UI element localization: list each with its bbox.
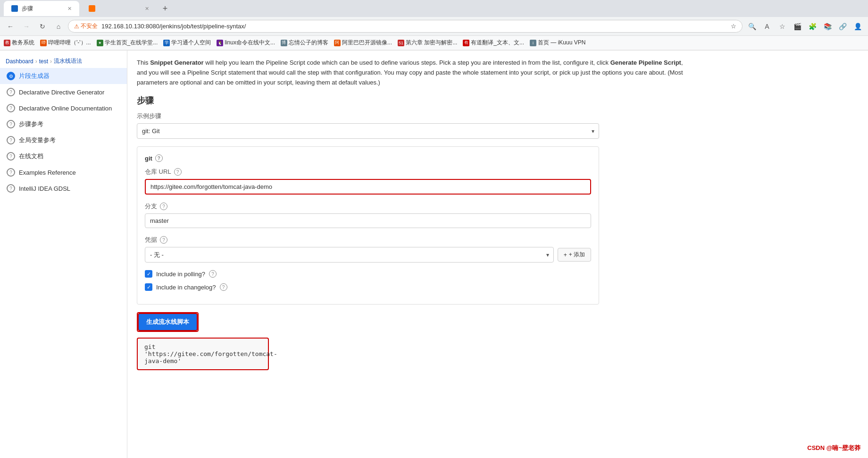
add-credentials-button[interactable]: + + 添加 (558, 248, 591, 262)
browser-bookmarks: 教 教务系统 哔 哔哩哔哩（'-'）... ✦ 学生首页_在线学堂... 学 学… (0, 36, 868, 50)
bookmark-xuetong[interactable]: 学 学习通个人空间 (163, 39, 211, 47)
include-polling-row: ✓ Include in polling? ? (145, 270, 591, 278)
sidebar-label-steps: 步骤参考 (19, 120, 43, 128)
tab-favicon-2 (89, 5, 95, 12)
bookmark-linux[interactable]: 🐧 linux命令在线中文... (217, 39, 275, 47)
bookmark-bilibili[interactable]: 哔 哔哩哔哩（'-'）... (40, 39, 91, 47)
repo-url-input[interactable] (145, 179, 591, 195)
include-changelog-label: Include in changelog? (156, 284, 216, 291)
search-button[interactable]: 🔍 (745, 20, 759, 33)
bookmark-ikuuu[interactable]: i 首页 — iKuuu VPN (530, 39, 585, 47)
sidebar-item-steps[interactable]: ? 步骤参考 (0, 116, 127, 132)
generate-button-wrapper: 生成流水线脚本 (137, 312, 199, 332)
branch-input[interactable] (145, 213, 591, 228)
font-button[interactable]: A (760, 20, 774, 33)
sidebar-item-directive[interactable]: ? Declarative Directive Generator (0, 84, 127, 100)
sidebar-item-examples[interactable]: ? Examples Reference (0, 164, 127, 180)
bookmark-label-xuetong: 学习通个人空间 (171, 39, 211, 47)
security-warning: ⚠ 不安全 (74, 22, 98, 30)
example-steps-label: 示例步骤 (137, 112, 859, 120)
credentials-select-wrapper: - 无 - ▾ (145, 247, 554, 263)
main-content: This Snippet Generator will help you lea… (127, 51, 868, 458)
breadcrumb-dashboard[interactable]: Dashboard (6, 58, 33, 65)
sidebar-item-globals[interactable]: ? 全局变量参考 (0, 132, 127, 148)
tab-close-button-2[interactable]: ✕ (145, 6, 149, 12)
branch-label: 分支 ? (145, 202, 591, 211)
credentials-help-icon[interactable]: ? (160, 236, 167, 244)
forward-button[interactable]: → (20, 20, 33, 33)
directive-icon: ? (7, 88, 15, 96)
address-text[interactable]: 192.168.10.130:8080/jenkins/job/test/pip… (101, 23, 727, 30)
bookmark-favicon-alibaba: 阿 (334, 40, 341, 46)
repo-url-help-icon[interactable]: ? (174, 168, 182, 176)
intellij-icon: ? (7, 184, 15, 193)
bookmark-jiami[interactable]: 51 第六章 加密与解密... (398, 39, 457, 47)
example-steps-select[interactable]: git: Git (137, 123, 599, 139)
polling-help-icon[interactable]: ? (209, 270, 217, 278)
star-button[interactable]: ☆ (776, 20, 789, 33)
branch-help-icon[interactable]: ? (160, 203, 167, 210)
generate-pipeline-label: Generate Pipeline Script (610, 59, 681, 66)
include-polling-label: Include in polling? (156, 271, 205, 278)
breadcrumb-sep-1: › (35, 58, 37, 65)
include-polling-checkbox[interactable]: ✓ (145, 270, 152, 278)
examples-icon: ? (7, 168, 15, 177)
nav-icons: 🔍 A ☆ 🎬 🧩 📚 🔗 👤 (745, 20, 864, 33)
git-config-card: git ? 仓库 URL ? 分支 ? 凭据 ? (137, 146, 599, 305)
sidebar-label-docs: Declarative Online Documentation (19, 105, 112, 112)
bookmark-blog[interactable]: 博 忘情公子的博客 (281, 39, 328, 47)
share-button[interactable]: 🔗 (836, 20, 849, 33)
bookmark-alibaba[interactable]: 阿 阿里巴巴开源镜像... (334, 39, 392, 47)
bookmark-label-jiaowu: 教务系统 (12, 39, 34, 47)
example-steps-select-wrapper: git: Git ▾ (137, 123, 599, 139)
bookmark-favicon-xuetang: ✦ (97, 40, 103, 46)
tab-favicon (11, 5, 18, 12)
tab-close-button[interactable]: ✕ (67, 6, 72, 12)
extensions-button[interactable]: 🧩 (806, 20, 819, 33)
steps-icon: ? (7, 120, 15, 128)
sidebar-item-online[interactable]: ? 在线文档 (0, 148, 127, 164)
back-button[interactable]: ← (4, 20, 17, 33)
changelog-help-icon[interactable]: ? (220, 283, 227, 291)
git-help-icon[interactable]: ? (155, 154, 163, 162)
bookmark-jiaowu[interactable]: 教 教务系统 (4, 39, 34, 47)
credentials-select[interactable]: - 无 - (145, 247, 554, 263)
globals-icon: ? (7, 136, 15, 144)
inactive-tab[interactable]: ✕ (81, 1, 157, 16)
include-changelog-row: ✓ Include in changelog? ? (145, 283, 591, 291)
sidebar-item-snippet[interactable]: ⚙ 片段生成器 (0, 68, 127, 84)
repo-url-label: 仓库 URL ? (145, 168, 591, 176)
breadcrumb: Dashboard › test › 流水线语法 (0, 54, 127, 68)
bookmark-star-icon[interactable]: ☆ (731, 23, 736, 30)
bookmark-xuetang[interactable]: ✦ 学生首页_在线学堂... (97, 39, 158, 47)
breadcrumb-test[interactable]: test (39, 58, 48, 65)
breadcrumb-pipeline[interactable]: 流水线语法 (54, 57, 82, 65)
sidebar-item-docs[interactable]: ? Declarative Online Documentation (0, 100, 127, 116)
active-tab[interactable]: 步骤 ✕ (4, 1, 79, 16)
output-code-box: git 'https://gitee.com/forgotten/tomcat-… (137, 338, 269, 370)
profile-button[interactable]: 👤 (851, 20, 864, 33)
intro-text: This Snippet Generator will help you lea… (137, 58, 693, 87)
include-changelog-checkbox[interactable]: ✓ (145, 283, 152, 291)
snippet-icon: ⚙ (7, 72, 15, 80)
media-button[interactable]: 🎬 (791, 20, 804, 33)
bookmark-label-ikuuu: 首页 — iKuuu VPN (538, 39, 585, 47)
address-bar[interactable]: ⚠ 不安全 192.168.10.130:8080/jenkins/job/te… (68, 20, 743, 33)
bookmark-label-youdao: 有道翻译_文本、文... (471, 39, 524, 47)
bookmark-favicon-bilibili: 哔 (40, 40, 47, 46)
new-tab-button[interactable]: + (159, 2, 172, 15)
refresh-button[interactable]: ↻ (36, 20, 49, 33)
browser-nav: ← → ↻ ⌂ ⚠ 不安全 192.168.10.130:8080/jenkin… (0, 17, 868, 36)
sidebar-label-snippet: 片段生成器 (19, 72, 50, 80)
home-button[interactable]: ⌂ (52, 20, 65, 33)
bookmarks-button[interactable]: 📚 (821, 20, 834, 33)
sidebar-label-examples: Examples Reference (19, 169, 76, 176)
output-code: git 'https://gitee.com/forgotten/tomcat-… (144, 343, 277, 365)
sidebar-item-intellij[interactable]: ? IntelliJ IDEA GDSL (0, 180, 127, 196)
bookmark-label-xuetang: 学生首页_在线学堂... (105, 39, 158, 47)
credentials-label: 凭据 ? (145, 236, 591, 244)
bookmark-favicon-youdao: 有 (463, 40, 469, 46)
bookmark-youdao[interactable]: 有 有道翻译_文本、文... (463, 39, 524, 47)
sidebar-label-directive: Declarative Directive Generator (19, 89, 104, 96)
generate-pipeline-button[interactable]: 生成流水线脚本 (138, 313, 198, 331)
